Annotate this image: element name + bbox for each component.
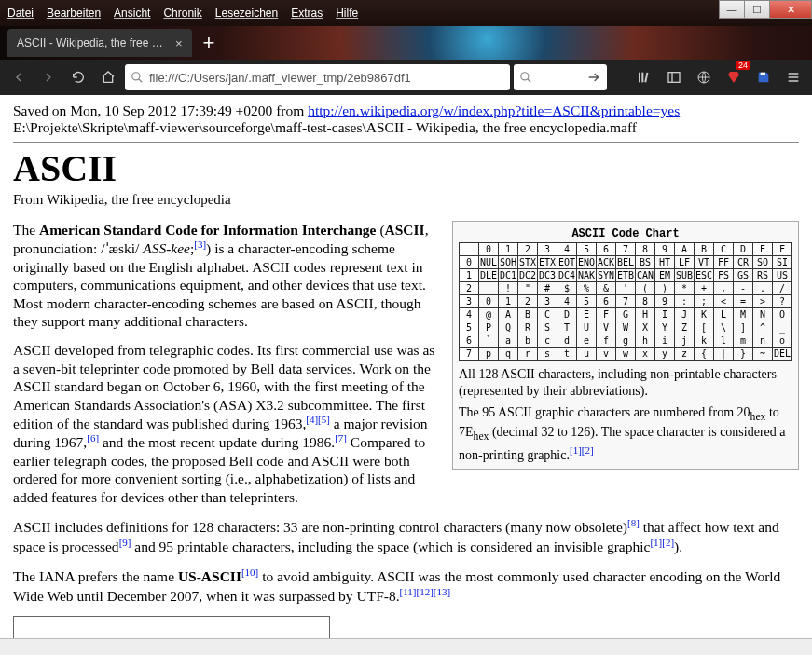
menu-lesezeichen[interactable]: Lesezeichen bbox=[215, 7, 278, 20]
hamburger-menu-icon[interactable] bbox=[780, 64, 806, 90]
ref-1[interactable]: [1] bbox=[570, 444, 582, 456]
contents-box bbox=[13, 616, 330, 638]
paragraph-4: The IANA prefers the name US-ASCII[10] t… bbox=[13, 566, 799, 605]
svg-point-1 bbox=[521, 73, 529, 80]
ref-12[interactable]: [12] bbox=[416, 586, 433, 597]
tab-title: ASCII - Wikipedia, the free encyclop… bbox=[17, 36, 166, 49]
tab-close-icon[interactable]: × bbox=[175, 36, 183, 50]
svg-rect-2 bbox=[639, 73, 640, 83]
ref-9[interactable]: [9] bbox=[119, 537, 131, 548]
ref-11[interactable]: [11] bbox=[400, 586, 417, 597]
saved-info-line2: E:\Projekte\Skripte\maff-viewer\sourcefo… bbox=[13, 119, 799, 136]
paragraph-3: ASCII includes definitions for 128 chara… bbox=[13, 517, 799, 555]
ref-8[interactable]: [8] bbox=[627, 517, 640, 528]
menu-datei[interactable]: Datei bbox=[7, 7, 34, 20]
source-link[interactable]: http://en.wikipedia.org/w/index.php?titl… bbox=[308, 102, 680, 118]
save-icon[interactable] bbox=[750, 64, 777, 90]
ascii-code-chart-table: 0123456789ABCDEF0NULSOHSTXETXEOTENQACKBE… bbox=[459, 242, 792, 361]
ref-3[interactable]: [3] bbox=[194, 239, 206, 250]
search-box[interactable] bbox=[514, 64, 607, 90]
ref-2b[interactable]: [2] bbox=[662, 537, 674, 548]
ref-2[interactable]: [2] bbox=[582, 444, 594, 456]
ref-4[interactable]: [4] bbox=[306, 414, 318, 425]
svg-rect-3 bbox=[641, 73, 643, 83]
toolbar: file:///C:/Users/jan/.maff_viewer_tmp/2e… bbox=[0, 60, 812, 95]
page-title: ASCII bbox=[13, 146, 799, 190]
ref-10[interactable]: [10] bbox=[241, 566, 258, 578]
window-close-button[interactable]: ✕ bbox=[769, 0, 812, 19]
window-minimize-button[interactable]: — bbox=[719, 0, 745, 19]
search-icon bbox=[131, 71, 144, 84]
globe-icon[interactable] bbox=[691, 64, 717, 90]
reload-button[interactable] bbox=[65, 64, 91, 90]
svg-rect-4 bbox=[644, 73, 648, 83]
library-icon[interactable] bbox=[631, 64, 657, 90]
ref-5[interactable]: [5] bbox=[318, 414, 330, 425]
menu-ansicht[interactable]: Ansicht bbox=[114, 7, 150, 20]
ref-1b[interactable]: [1] bbox=[650, 537, 662, 548]
figure-caption-2: The 95 ASCII graphic characters are numb… bbox=[459, 404, 792, 463]
address-bar[interactable]: file:///C:/Users/jan/.maff_viewer_tmp/2e… bbox=[125, 64, 510, 90]
divider bbox=[13, 142, 799, 143]
tab-strip: ASCII - Wikipedia, the free encyclop… × … bbox=[0, 26, 812, 60]
menu-bearbeiten[interactable]: Bearbeiten bbox=[47, 7, 101, 20]
ref-6[interactable]: [6] bbox=[87, 432, 99, 443]
page-subtitle: From Wikipedia, the free encyclopedia bbox=[13, 192, 799, 208]
new-tab-button[interactable]: + bbox=[192, 31, 227, 55]
svg-rect-8 bbox=[761, 73, 765, 75]
sidebar-icon[interactable] bbox=[661, 64, 687, 90]
figure-caption-1: All 128 ASCII characters, including non-… bbox=[459, 366, 792, 399]
menu-chronik[interactable]: Chronik bbox=[163, 7, 201, 20]
svg-rect-5 bbox=[668, 73, 680, 83]
svg-point-0 bbox=[132, 73, 140, 80]
forward-button[interactable] bbox=[35, 64, 62, 90]
back-button[interactable] bbox=[6, 64, 32, 90]
tab-ascii-wikipedia[interactable]: ASCII - Wikipedia, the free encyclop… × bbox=[7, 29, 192, 57]
page-content: Saved on Mon, 10 Sep 2012 17:39:49 +0200… bbox=[0, 95, 812, 638]
window-maximize-button[interactable]: ☐ bbox=[744, 0, 770, 19]
menu-hilfe[interactable]: Hilfe bbox=[336, 7, 358, 20]
menu-extras[interactable]: Extras bbox=[291, 7, 323, 20]
ascii-chart-figure: ASCII Code Chart 0123456789ABCDEF0NULSOH… bbox=[452, 221, 799, 470]
chart-title: ASCII Code Chart bbox=[459, 227, 792, 240]
url-text: file:///C:/Users/jan/.maff_viewer_tmp/2e… bbox=[149, 71, 504, 85]
ref-7[interactable]: [7] bbox=[335, 432, 347, 443]
menu-bar: Datei Bearbeiten Ansicht Chronik Lesezei… bbox=[0, 0, 812, 26]
search-icon bbox=[519, 71, 532, 84]
ref-13[interactable]: [13] bbox=[434, 586, 450, 597]
status-bar bbox=[0, 638, 812, 655]
adblock-icon[interactable] bbox=[721, 64, 747, 90]
go-arrow-icon[interactable] bbox=[586, 70, 601, 85]
home-button[interactable] bbox=[95, 64, 121, 90]
saved-info-line1: Saved on Mon, 10 Sep 2012 17:39:49 +0200… bbox=[13, 102, 799, 119]
